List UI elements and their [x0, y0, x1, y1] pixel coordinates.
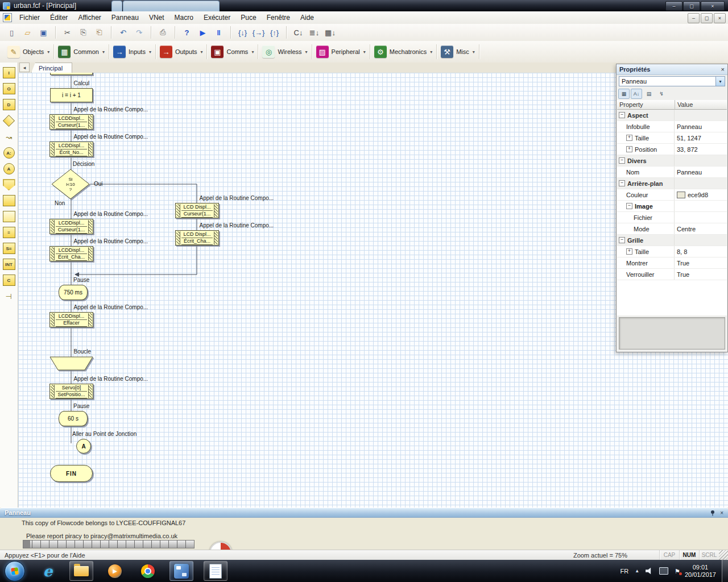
property-row[interactable]: −Arrière-plan: [617, 178, 727, 189]
chevron-down-icon[interactable]: ▾: [149, 49, 151, 55]
menu-macro[interactable]: Macro: [169, 11, 198, 24]
property-pages-icon[interactable]: ▤: [643, 89, 655, 99]
tab-nav-left-button[interactable]: ◂: [19, 63, 30, 72]
component-group-inputs[interactable]: →Inputs▾: [109, 43, 155, 60]
property-row[interactable]: Fichier: [617, 212, 727, 223]
undo-button[interactable]: ↶: [116, 26, 130, 39]
property-value-cell[interactable]: True: [675, 269, 727, 280]
flowcode-taskbar-icon[interactable]: [169, 561, 193, 581]
run-button[interactable]: ▶: [196, 26, 210, 39]
property-row[interactable]: MontrerTrue: [617, 257, 727, 269]
component-group-outputs[interactable]: →Outputs▾: [156, 43, 207, 60]
component-group-misc[interactable]: ⚒Misc▾: [437, 43, 479, 60]
chevron-down-icon[interactable]: ▾: [715, 77, 725, 86]
mdi-minimize-button[interactable]: –: [688, 13, 700, 23]
chevron-down-icon[interactable]: ▾: [363, 49, 366, 55]
property-value-cell[interactable]: True: [675, 257, 727, 268]
switch-icon[interactable]: ↝: [3, 131, 15, 143]
component-group-comms[interactable]: ▣Comms▾: [207, 43, 258, 60]
property-row[interactable]: NomPanneau: [617, 167, 727, 178]
chevron-down-icon[interactable]: ▾: [473, 49, 475, 55]
program-chip-button[interactable]: ▦↓: [323, 26, 337, 39]
tab-principal[interactable]: Principal: [31, 63, 72, 73]
new-button[interactable]: ▯: [5, 26, 19, 39]
component-macro-icon[interactable]: [3, 195, 15, 206]
minimize-button[interactable]: –: [665, 1, 682, 11]
pause-button[interactable]: ‖: [212, 26, 226, 39]
calculation-icon[interactable]: A:: [3, 147, 15, 159]
flowchart-pause[interactable]: 60 s: [59, 411, 88, 426]
mdi-close-button[interactable]: ×: [714, 13, 726, 23]
help-button[interactable]: ?: [180, 26, 194, 39]
copy-button[interactable]: ⎘: [76, 26, 90, 39]
component-group-wireless[interactable]: ◎Wireless▾: [258, 43, 311, 60]
menu-panneau[interactable]: Panneau: [106, 11, 144, 24]
property-value-cell[interactable]: Panneau: [675, 121, 727, 132]
expander-icon[interactable]: +: [626, 248, 632, 255]
compile-c-button[interactable]: C↓: [291, 26, 305, 39]
step-over-button[interactable]: {→}: [251, 26, 266, 39]
delay-icon[interactable]: D: [3, 99, 15, 110]
chevron-down-icon[interactable]: ▾: [251, 49, 254, 55]
flowchart-component[interactable]: LCDDispl...Curseur(1...: [49, 114, 93, 130]
taskbar-clock[interactable]: 09:01 20/01/2017: [685, 564, 716, 579]
input-icon[interactable]: I: [3, 67, 15, 78]
property-row[interactable]: InfobullePanneau: [617, 121, 727, 132]
pin-icon[interactable]: [710, 510, 715, 516]
save-button[interactable]: ▣: [36, 26, 51, 39]
property-value-cell[interactable]: [675, 212, 727, 223]
open-button[interactable]: ▱: [20, 26, 35, 39]
macro-icon[interactable]: [3, 179, 15, 190]
menu-aide[interactable]: Aide: [295, 11, 319, 24]
flowchart-clipped[interactable]: [50, 73, 93, 75]
menu-editer[interactable]: Éditer: [45, 11, 73, 24]
decision-icon[interactable]: [3, 115, 15, 127]
panneau-content[interactable]: This copy of Flowcode belongs to LYCEE-C…: [0, 518, 728, 550]
expander-icon[interactable]: −: [619, 237, 625, 243]
property-value-cell[interactable]: [675, 155, 727, 166]
flowchart-pause[interactable]: 750 ms: [59, 285, 88, 300]
ie-icon[interactable]: e: [36, 562, 59, 580]
flowchart-decision[interactable]: Sii<10?: [51, 169, 90, 199]
volume-icon[interactable]: [646, 568, 653, 575]
panneau-titlebar[interactable]: Panneau ×: [0, 508, 728, 518]
menu-vnet[interactable]: VNet: [144, 11, 169, 24]
media-player-icon[interactable]: [104, 562, 126, 580]
expander-icon[interactable]: −: [619, 112, 625, 118]
chevron-down-icon[interactable]: ▾: [102, 49, 105, 55]
events-icon[interactable]: ↯: [656, 89, 667, 99]
expander-icon[interactable]: +: [626, 146, 632, 152]
redo-button[interactable]: ↷: [132, 26, 146, 39]
step-into-button[interactable]: {↓}: [235, 26, 250, 39]
property-row[interactable]: −Grille: [617, 235, 727, 246]
resize-grip[interactable]: [719, 550, 728, 560]
ruler-component[interactable]: [23, 540, 195, 548]
step-out-button[interactable]: {↑}: [267, 26, 282, 39]
properties-panel-titlebar[interactable]: Propriétés ×: [617, 64, 727, 75]
network-icon[interactable]: [659, 567, 668, 575]
comment-icon[interactable]: ≡: [3, 227, 15, 238]
maximize-button[interactable]: ◻: [683, 1, 700, 11]
expander-icon[interactable]: −: [626, 203, 632, 209]
object-selector[interactable]: Panneau ▾: [619, 76, 725, 86]
component-group-mechatronics[interactable]: ⚙Mechatronics▾: [370, 43, 436, 60]
chevron-down-icon[interactable]: ▾: [305, 49, 308, 55]
flowchart-jump[interactable]: A: [76, 439, 91, 454]
end-icon[interactable]: ⊣: [3, 290, 15, 302]
menu-afficher[interactable]: Afficher: [73, 11, 106, 24]
property-value-cell[interactable]: Panneau: [675, 167, 727, 177]
point-icon[interactable]: A: [3, 163, 15, 174]
document-system-icon[interactable]: [3, 13, 12, 22]
language-indicator[interactable]: FR: [620, 568, 628, 575]
gauge-component[interactable]: [209, 542, 232, 550]
interrupt-icon[interactable]: INT: [3, 259, 15, 270]
expander-icon[interactable]: −: [619, 157, 625, 164]
document-taskbar-icon[interactable]: [204, 561, 228, 581]
close-icon[interactable]: ×: [721, 66, 725, 73]
categorized-view-icon[interactable]: ▦: [618, 89, 630, 99]
component-group-common[interactable]: ▦Common▾: [54, 43, 109, 60]
flowchart-process[interactable]: i = i + 1: [50, 88, 93, 102]
property-value-cell[interactable]: [675, 235, 727, 246]
property-row[interactable]: −Divers: [617, 155, 727, 167]
mdi-restore-button[interactable]: ◻: [701, 13, 713, 23]
